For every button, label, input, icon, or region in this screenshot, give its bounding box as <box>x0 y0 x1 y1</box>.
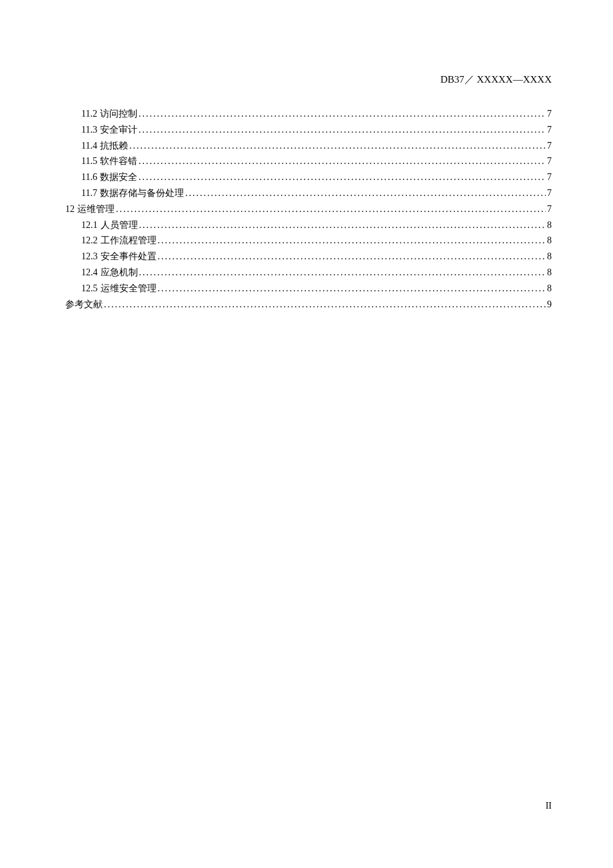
toc-entry-title: 数据存储与备份处理 <box>100 185 184 201</box>
toc-entry-number: 11.6 <box>81 169 97 185</box>
toc-entry-page: 8 <box>547 265 552 281</box>
toc-leader-dots <box>129 138 546 154</box>
toc-entry-number: 11.4 <box>81 138 97 154</box>
toc-entry-title: 工作流程管理 <box>101 233 157 249</box>
toc-entry-number: 12.2 <box>81 233 98 249</box>
toc-entry-page: 7 <box>547 122 552 138</box>
toc-entry-page: 8 <box>547 249 552 265</box>
toc-leader-dots <box>158 249 546 265</box>
toc-entry-page: 9 <box>547 297 552 313</box>
toc-entry-number: 11.2 <box>81 106 97 122</box>
toc-entry-title: 参考文献 <box>65 297 103 313</box>
toc-entry: 11.5软件容错7 <box>65 153 552 169</box>
toc-leader-dots <box>139 265 546 281</box>
toc-entry-number: 11.7 <box>81 185 97 201</box>
toc-entry: 11.2访问控制7 <box>65 106 552 122</box>
toc-entry-page: 8 <box>547 281 552 297</box>
toc-entry: 12.3安全事件处置8 <box>65 249 552 265</box>
document-page: DB37／ XXXXX—XXXX 11.2访问控制711.3安全审计711.4抗… <box>0 0 613 312</box>
toc-leader-dots <box>139 217 546 233</box>
toc-entry-title: 应急机制 <box>101 265 138 281</box>
toc-entry-title: 访问控制 <box>100 106 137 122</box>
document-header: DB37／ XXXXX—XXXX <box>65 73 552 86</box>
table-of-contents: 11.2访问控制711.3安全审计711.4抗抵赖711.5软件容错711.6数… <box>65 106 552 312</box>
toc-entry-title: 安全事件处置 <box>101 249 157 265</box>
toc-entry: 11.6数据安全7 <box>65 169 552 185</box>
toc-entry-page: 7 <box>547 153 552 169</box>
toc-entry-page: 7 <box>547 106 552 122</box>
toc-leader-dots <box>116 201 546 217</box>
toc-entry: 11.3安全审计7 <box>65 122 552 138</box>
toc-entry-number: 12.4 <box>81 265 98 281</box>
toc-leader-dots <box>139 153 546 169</box>
toc-leader-dots <box>139 122 546 138</box>
toc-entry: 12.2工作流程管理8 <box>65 233 552 249</box>
toc-entry-page: 7 <box>547 201 552 217</box>
toc-entry-page: 8 <box>547 217 552 233</box>
toc-entry: 12.5运维安全管理8 <box>65 281 552 297</box>
toc-entry-number: 12.1 <box>81 217 98 233</box>
toc-entry: 11.4抗抵赖7 <box>65 138 552 154</box>
toc-entry-title: 数据安全 <box>100 169 137 185</box>
toc-leader-dots <box>139 106 546 122</box>
toc-entry: 12.4应急机制8 <box>65 265 552 281</box>
toc-entry-title: 运维安全管理 <box>101 281 157 297</box>
toc-leader-dots <box>104 297 546 313</box>
toc-leader-dots <box>158 233 546 249</box>
toc-entry-title: 抗抵赖 <box>100 138 128 154</box>
toc-entry: 11.7数据存储与备份处理7 <box>65 185 552 201</box>
toc-entry: 12运维管理7 <box>65 201 552 217</box>
toc-leader-dots <box>158 281 546 297</box>
toc-leader-dots <box>185 185 546 201</box>
toc-entry-title: 人员管理 <box>101 217 138 233</box>
toc-leader-dots <box>139 169 546 185</box>
toc-entry-page: 7 <box>547 185 552 201</box>
toc-entry-page: 7 <box>547 169 552 185</box>
toc-entry-page: 7 <box>547 138 552 154</box>
toc-entry: 12.1人员管理8 <box>65 217 552 233</box>
page-number: II <box>546 801 552 811</box>
toc-entry-title: 安全审计 <box>100 122 137 138</box>
toc-entry-number: 12 <box>65 201 75 217</box>
toc-entry-page: 8 <box>547 233 552 249</box>
toc-entry: 参考文献9 <box>65 297 552 313</box>
toc-entry-title: 软件容错 <box>100 153 137 169</box>
toc-entry-title: 运维管理 <box>77 201 115 217</box>
toc-entry-number: 11.3 <box>81 122 97 138</box>
toc-entry-number: 12.5 <box>81 281 98 297</box>
toc-entry-number: 11.5 <box>81 153 97 169</box>
toc-entry-number: 12.3 <box>81 249 98 265</box>
